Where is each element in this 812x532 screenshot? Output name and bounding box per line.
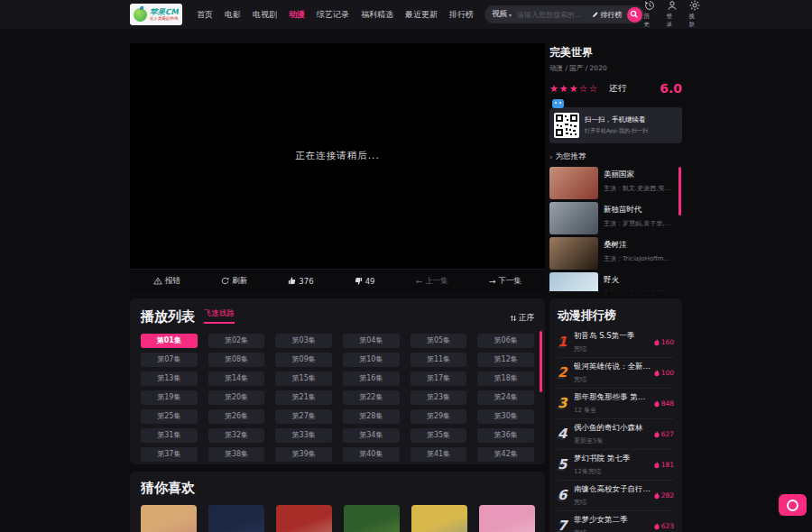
episode-button[interactable]: 第33集: [275, 428, 332, 443]
episode-button[interactable]: 第27集: [275, 409, 332, 424]
episode-scrollbar[interactable]: [540, 331, 542, 392]
recommend-item[interactable]: 新独苗时代主演：罗慧娟,黄子华,甄楚倩…: [549, 202, 676, 234]
ranking-item[interactable]: 7菲梦少女第二季完结623: [558, 511, 674, 532]
playlist-panel: 播放列表 飞速线路 正序 第01集第02集第03集第04集第05集第06集第07…: [130, 298, 545, 464]
search-input[interactable]: [512, 11, 592, 19]
guess-poster[interactable]: [479, 505, 535, 532]
episode-button[interactable]: 第13集: [141, 371, 198, 386]
logo-title: 苹果CMS: [150, 8, 179, 16]
episode-button[interactable]: 第35集: [411, 428, 467, 443]
episode-button[interactable]: 第12集: [477, 353, 534, 367]
ranking-heat-value: 100: [661, 369, 674, 377]
ranking-item[interactable]: 4偶小鱼的奇幻小森林更新至5集627: [558, 419, 674, 450]
episode-button[interactable]: 第10集: [343, 353, 400, 367]
recommend-item-cast: 主演：冢本晋也,中川雅也,中…: [604, 289, 672, 291]
sort-order-button[interactable]: 正序: [510, 313, 534, 324]
nav-item-2[interactable]: 电影: [225, 9, 241, 21]
recommend-item[interactable]: 野火主演：冢本晋也,中川雅也,中…: [549, 272, 676, 291]
recommend-item[interactable]: 美丽国家主演：凯文.史派西,安妮特…: [549, 167, 676, 199]
nav-item-6[interactable]: 福利精选: [361, 9, 393, 21]
nav-item-3[interactable]: 电视剧: [253, 9, 277, 21]
ranking-item[interactable]: 1初音岛 S.S第一季完结160: [558, 327, 674, 358]
guess-poster[interactable]: [276, 505, 332, 532]
episode-button[interactable]: 第02集: [208, 334, 265, 348]
episode-button[interactable]: 第34集: [343, 428, 400, 443]
ranking-item-heat: 623: [654, 522, 674, 530]
ranking-item[interactable]: 6南镰仓高校女子自行…完结282: [558, 481, 674, 511]
guess-poster[interactable]: [141, 505, 197, 532]
ranking-rank-number: 4: [558, 427, 571, 441]
episode-button[interactable]: 第38集: [208, 447, 265, 462]
next-episode-button[interactable]: → 下一集: [489, 276, 521, 287]
episode-button[interactable]: 第03集: [275, 334, 332, 348]
ranking-rank-number: 5: [558, 458, 571, 472]
episode-button[interactable]: 第26集: [208, 409, 265, 424]
nav-item-8[interactable]: 排行榜: [449, 9, 474, 21]
episode-button[interactable]: 第20集: [208, 390, 265, 405]
quick-link-换肤[interactable]: 换肤: [689, 0, 700, 29]
dislike-button[interactable]: 49: [355, 277, 375, 286]
episode-button[interactable]: 第25集: [141, 409, 198, 424]
episode-button[interactable]: 第23集: [411, 390, 467, 405]
arrow-right-icon: →: [489, 277, 496, 286]
video-player[interactable]: 正在连接请稍后...: [130, 43, 545, 269]
report-button[interactable]: 报错: [153, 276, 180, 287]
guess-poster[interactable]: [208, 505, 264, 532]
episode-button[interactable]: 第37集: [141, 447, 198, 462]
episode-button[interactable]: 第40集: [343, 447, 400, 462]
episode-button[interactable]: 第01集: [141, 334, 198, 348]
recommend-item[interactable]: 桑树洼主演：TriciaJoHoffman,Ba…: [549, 237, 676, 270]
episode-button[interactable]: 第24集: [477, 390, 534, 405]
episode-button[interactable]: 第07集: [141, 353, 198, 367]
floating-action-button[interactable]: [779, 494, 807, 516]
guess-poster[interactable]: [411, 505, 467, 532]
like-button[interactable]: 376: [288, 277, 313, 286]
apple-logo-icon: [134, 8, 147, 22]
episode-button[interactable]: 第19集: [141, 390, 198, 405]
episode-button[interactable]: 第22集: [343, 390, 400, 405]
playlist-source-tab[interactable]: 飞速线路: [204, 308, 235, 324]
episode-button[interactable]: 第36集: [477, 428, 534, 443]
site-logo[interactable]: 苹果CMS 全人类最好的免费建站程序: [130, 4, 182, 25]
episode-button[interactable]: 第17集: [411, 371, 467, 386]
episode-button[interactable]: 第04集: [343, 334, 400, 348]
ranking-item[interactable]: 5梦幻书院 第七季12集完结181: [558, 450, 674, 481]
episode-button[interactable]: 第39集: [275, 447, 332, 462]
recommend-scrollbar[interactable]: [678, 167, 681, 216]
nav-item-1[interactable]: 首页: [197, 9, 213, 21]
circular-arrow-icon: [221, 277, 229, 285]
nav-item-4[interactable]: 动漫: [289, 9, 305, 21]
prev-episode-button[interactable]: ← 上一集: [416, 276, 448, 287]
ranking-item[interactable]: 3那年那兔那些事 第二…12 集全848: [558, 389, 674, 419]
episode-button[interactable]: 第28集: [343, 409, 400, 424]
episode-button[interactable]: 第16集: [343, 371, 400, 386]
episode-button[interactable]: 第08集: [208, 353, 265, 367]
episode-button[interactable]: 第09集: [275, 353, 332, 367]
chevron-right-icon[interactable]: ›: [549, 152, 553, 161]
refresh-button[interactable]: 刷新: [221, 276, 247, 287]
nav-item-7[interactable]: 最近更新: [405, 9, 438, 21]
nav-item-5[interactable]: 综艺记录: [317, 9, 349, 21]
episode-button[interactable]: 第15集: [275, 371, 332, 386]
guess-poster[interactable]: [344, 505, 400, 532]
episode-button[interactable]: 第05集: [411, 334, 467, 348]
episode-button[interactable]: 第29集: [411, 409, 467, 424]
episode-button[interactable]: 第31集: [141, 428, 198, 443]
episode-button[interactable]: 第42集: [477, 447, 534, 462]
quick-link-登录[interactable]: 登录: [667, 0, 678, 29]
search-button[interactable]: [627, 7, 642, 23]
episode-button[interactable]: 第14集: [208, 371, 265, 386]
episode-button[interactable]: 第11集: [411, 353, 467, 367]
search-rank-link[interactable]: 排行榜: [592, 10, 623, 20]
quick-link-历史[interactable]: 历史: [644, 0, 655, 29]
episode-button[interactable]: 第06集: [477, 334, 534, 348]
flame-icon: [654, 431, 660, 438]
episode-button[interactable]: 第18集: [477, 371, 534, 386]
episode-button[interactable]: 第21集: [275, 390, 332, 405]
episode-button[interactable]: 第32集: [208, 428, 265, 443]
ranking-item-subtitle: 12 集全: [574, 406, 652, 415]
ranking-item[interactable]: 2银河英雄传说：全新…完结100: [558, 358, 674, 389]
episode-button[interactable]: 第41集: [411, 447, 467, 462]
search-category-dropdown[interactable]: 视频 ▾: [492, 9, 512, 20]
episode-button[interactable]: 第30集: [477, 409, 534, 424]
